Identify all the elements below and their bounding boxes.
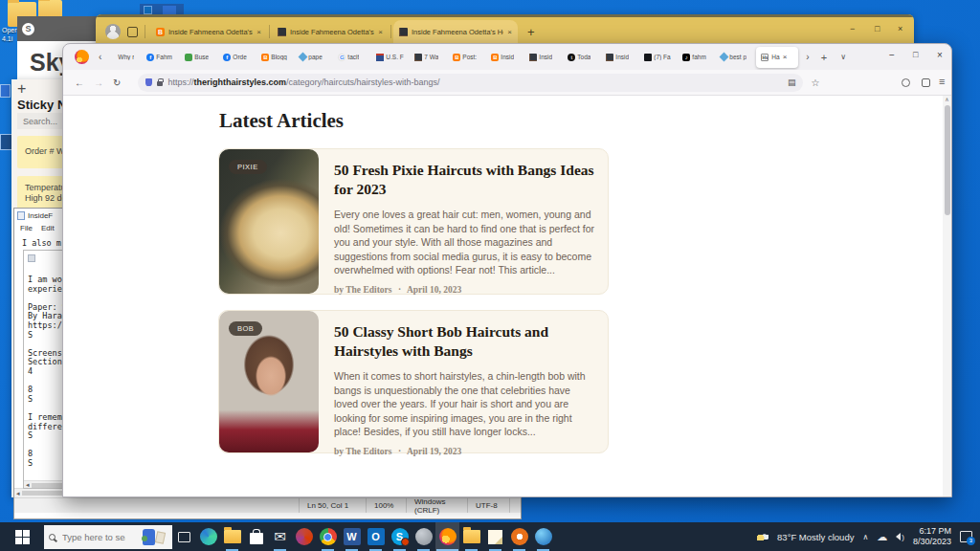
firefox-tab[interactable]: Insid <box>526 47 565 68</box>
article-card[interactable]: PIXIE 50 Fresh Pixie Haircuts with Bangs… <box>218 148 609 295</box>
resize-grip[interactable] <box>509 498 521 513</box>
firefox-tab[interactable]: tToda <box>565 47 603 68</box>
chrome-tab-active[interactable]: Inside Fahmeena Odetta's Head × <box>393 20 518 43</box>
compass-app-icon[interactable] <box>507 522 531 551</box>
edge-icon[interactable] <box>196 522 220 551</box>
mail-icon[interactable]: ✉ <box>268 522 292 551</box>
tab-close-icon[interactable]: × <box>783 53 788 61</box>
firefox-tab[interactable]: U.S. F <box>373 47 412 68</box>
task-view-button[interactable] <box>172 522 196 551</box>
forward-button[interactable]: → <box>94 77 103 88</box>
onedrive-cloud-icon[interactable]: ☁ <box>877 531 887 543</box>
firefox-tab[interactable]: pape <box>297 47 335 68</box>
microsoft-store-icon[interactable] <box>244 522 268 551</box>
tab-scroll-right-icon[interactable]: › <box>806 52 809 62</box>
search-input[interactable] <box>60 531 127 543</box>
scroll-up-arrow[interactable]: ∧ <box>943 96 951 103</box>
new-tab-button[interactable]: + <box>821 52 827 63</box>
minimize-button[interactable]: − <box>850 24 855 33</box>
file-explorer-icon[interactable] <box>220 522 244 551</box>
folder-app-icon[interactable] <box>459 522 483 551</box>
sticky-notes-icon[interactable] <box>483 522 507 551</box>
start-button[interactable] <box>0 522 44 551</box>
firefox-tab[interactable]: fOrde <box>220 47 258 68</box>
tracking-shield-icon[interactable] <box>145 78 152 86</box>
tab-scroll-left-icon[interactable]: ‹ <box>99 52 101 62</box>
article-title[interactable]: 50 Classy Short Bob Haircuts and Hairsty… <box>334 322 594 361</box>
firefox-tab[interactable]: BInsid <box>488 47 526 68</box>
scrollbar-thumb[interactable] <box>945 105 950 215</box>
taskbar-search[interactable] <box>44 525 172 549</box>
tab-close-icon[interactable]: × <box>507 28 512 36</box>
profile-avatar[interactable] <box>105 24 121 39</box>
close-button[interactable]: × <box>937 50 943 60</box>
tab-close-icon[interactable]: × <box>378 28 383 36</box>
pocket-icon[interactable] <box>922 78 930 87</box>
status-zoom: 100% <box>366 498 406 513</box>
search-highlight-image <box>142 536 147 541</box>
article-thumbnail-bob[interactable]: BOB <box>219 311 319 452</box>
word-icon[interactable]: W <box>340 522 364 551</box>
firefox-tab[interactable]: (7) Fa <box>641 47 679 68</box>
minimize-button[interactable]: − <box>889 50 895 60</box>
office-icon[interactable] <box>292 522 316 551</box>
skype-icon[interactable]: S <box>388 522 412 551</box>
tray-chevron-icon[interactable]: ∧ <box>862 533 868 541</box>
firefox-tab[interactable]: best p <box>718 47 756 68</box>
back-button[interactable]: ← <box>75 77 84 88</box>
menu-edit[interactable]: Edit <box>41 224 55 232</box>
firefox-tab[interactable]: 7 Wa <box>412 47 450 68</box>
chrome-tab[interactable]: B Inside Fahmeena Odetta's Head × <box>150 20 267 43</box>
tab-search-icon[interactable] <box>127 27 138 37</box>
maximize-button[interactable]: □ <box>913 50 918 59</box>
article-byline: by The Editors · April 10, 2023 <box>334 285 594 295</box>
firefox-logo-icon[interactable] <box>75 50 89 64</box>
page-scrollbar[interactable]: ∧ <box>943 96 951 496</box>
extension-icon[interactable] <box>902 78 910 87</box>
blue-app-icon[interactable] <box>531 522 555 551</box>
firefox-tab[interactable]: fFahm <box>144 47 182 68</box>
tab-dropdown-icon[interactable]: ∨ <box>840 53 846 61</box>
menu-hamburger-icon[interactable]: ≡ <box>939 76 945 87</box>
volume-icon[interactable]: ) <box>896 533 904 541</box>
firefox-tab[interactable]: BPost: <box>450 47 488 68</box>
outlook-icon[interactable]: O <box>364 522 388 551</box>
firefox-tab[interactable]: Buse <box>182 47 220 68</box>
bookmark-star-icon[interactable]: ☆ <box>811 77 819 88</box>
firefox-taskbar-icon[interactable] <box>435 522 459 551</box>
tab-close-icon[interactable]: × <box>256 28 261 36</box>
firefox-tab[interactable]: Insid <box>603 47 641 68</box>
scroll-left-arrow[interactable]: ◂ <box>26 481 30 489</box>
facebook-favicon: f <box>146 54 154 61</box>
add-note-button[interactable]: + <box>17 80 26 98</box>
new-tab-button[interactable]: + <box>527 25 535 39</box>
firefox-tab[interactable]: ♪fahm <box>679 47 718 68</box>
firefox-window: ‹ Why r fFahm Buse fOrde BBlogg pape Gta… <box>62 43 952 497</box>
close-button[interactable]: × <box>898 24 902 33</box>
firefox-tab-active[interactable]: Hs Ha × <box>756 47 798 68</box>
edge-gray-icon[interactable] <box>412 522 435 551</box>
reload-button[interactable]: ↻ <box>113 77 121 88</box>
firefox-tab[interactable]: Gtacit <box>335 47 373 68</box>
firefox-tab[interactable]: Why r <box>105 47 144 68</box>
chrome-tab[interactable]: Inside Fahmeena Odetta's Head × <box>272 20 389 43</box>
outlook-icon <box>144 6 152 14</box>
page-title: Latest Articles <box>219 109 344 133</box>
scroll-left-arrow[interactable]: ◂ <box>16 490 20 497</box>
firefox-tabbar: ‹ Why r fFahm Buse fOrde BBlogg pape Gta… <box>63 44 951 70</box>
today-favicon: t <box>568 54 575 61</box>
desktop-icon[interactable] <box>0 84 11 98</box>
taskbar-clock[interactable]: 6:17 PM8/30/2023 <box>913 526 951 547</box>
article-thumbnail-pixie[interactable]: PIXIE <box>219 149 319 294</box>
firefox-tab[interactable]: BBlogg <box>258 47 297 68</box>
weather-text[interactable]: 83°F Mostly cloudy <box>777 532 854 542</box>
url-bar[interactable]: https://therighthairstyles.com/category/… <box>138 74 803 92</box>
chrome-icon[interactable] <box>316 522 340 551</box>
menu-file[interactable]: File <box>20 224 33 232</box>
article-excerpt: Every one loves a great hair cut: men, w… <box>334 208 594 277</box>
maximize-button[interactable]: □ <box>875 24 880 33</box>
article-card[interactable]: BOB 50 Classy Short Bob Haircuts and Hai… <box>218 310 609 453</box>
article-title[interactable]: 50 Fresh Pixie Haircuts with Bangs Ideas… <box>334 161 594 199</box>
reader-mode-icon[interactable]: ▤ <box>788 77 796 87</box>
notification-center-icon[interactable]: 3 <box>960 531 972 542</box>
